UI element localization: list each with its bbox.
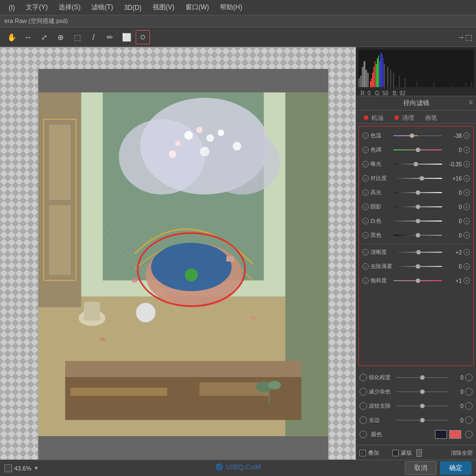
color-swatch-1[interactable] [435, 430, 447, 439]
slider-track-sewen[interactable] [393, 131, 442, 141]
slider-track-heise[interactable] [393, 230, 442, 240]
slider-reset-gaoguang[interactable]: ○ [362, 189, 369, 196]
bottom-val-qubian: 0 [448, 417, 463, 423]
menu-item-xuanze[interactable]: 选择(S) [54, 2, 85, 13]
bottom-label-bolunquchi: 波纹去除 [369, 402, 396, 410]
slider-reset-qingxidu[interactable]: ○ [362, 249, 369, 256]
slider-plus-qingxidu[interactable]: + [463, 249, 470, 256]
tool-export[interactable]: →⬚ [457, 30, 472, 44]
slider-reset-duibidu[interactable]: ○ [362, 175, 369, 182]
slider-reset-quchubowu[interactable]: ○ [362, 263, 369, 270]
slider-val-baise: 0 [444, 218, 462, 224]
tool-hand[interactable]: ✋ [4, 30, 19, 44]
slider-track-qingxidu[interactable] [393, 247, 442, 257]
slider-row-yinying: ○ 阴影 0 + [359, 200, 473, 214]
checkbox-mask-label: 蒙版 [401, 449, 412, 457]
menu-item-wenzi[interactable]: 文字(Y) [21, 2, 52, 13]
slider-track-gaoguang[interactable] [393, 188, 442, 198]
svg-rect-6 [65, 361, 301, 377]
bottom-icon-plus-jianzazao[interactable] [465, 388, 473, 396]
slider-reset-yinying[interactable]: ○ [362, 204, 369, 210]
slider-reset-setiao[interactable]: ○ [362, 147, 369, 153]
slider-track-quchubowu[interactable] [393, 262, 442, 271]
slider-track-baohedu[interactable] [393, 276, 442, 286]
ok-button[interactable]: 确定 [440, 461, 472, 475]
svg-rect-30 [227, 256, 235, 262]
menu-item-lvjing[interactable]: 滤镜(T) [87, 2, 117, 13]
cancel-button[interactable]: 取消 [405, 461, 437, 475]
menu-item-i[interactable]: (I) [4, 3, 19, 13]
slider-track-baise[interactable] [393, 216, 442, 226]
hist-g: G: 50 [375, 90, 388, 96]
svg-point-19 [200, 147, 210, 156]
bottom-track-bolunquchi[interactable] [396, 401, 448, 411]
svg-rect-54 [377, 59, 378, 88]
slider-reset-puguang[interactable]: ○ [362, 161, 369, 167]
bottom-track-qubian[interactable] [396, 415, 448, 425]
menubar: (I) 文字(Y) 选择(S) 滤镜(T) 3D(D) 视图(V) 窗口(W) … [0, 0, 476, 15]
color-swatch-2[interactable] [449, 430, 461, 439]
histogram: R: 0 G: 50 B: 92 [356, 47, 476, 96]
slider-plus-baise[interactable]: + [463, 218, 470, 224]
slider-reset-heise[interactable]: ○ [362, 232, 369, 239]
panel-menu-icon[interactable]: ≡ [469, 98, 473, 106]
tab-qingli[interactable]: 清理 [390, 113, 419, 123]
slider-plus-setiao[interactable]: + [463, 147, 470, 153]
zoom-dropdown[interactable]: ▼ [33, 465, 39, 471]
tool-text[interactable]: O [136, 30, 150, 44]
clear-all-button[interactable]: 清除全部 [451, 449, 473, 457]
svg-rect-61 [387, 67, 388, 87]
tool-zoom[interactable]: ⊕ [54, 30, 68, 44]
svg-point-21 [233, 142, 241, 150]
bottom-track-ruihua[interactable] [396, 373, 448, 382]
tab-jiyou[interactable]: 机油 [359, 113, 388, 123]
color-icon-plus[interactable] [465, 431, 473, 438]
slider-plus-sewen[interactable]: + [463, 132, 470, 139]
bottom-track-jianzazao[interactable] [396, 387, 448, 397]
tool-brush[interactable]: / [86, 30, 101, 44]
slider-reset-baohedu[interactable]: ○ [362, 277, 369, 284]
checkbox-overlay[interactable]: ✓ [359, 450, 366, 456]
bottom-icon-plus-qubian[interactable] [465, 416, 473, 424]
slider-track-setiao[interactable] [393, 145, 442, 155]
bottom-icon-bolunquchi[interactable] [359, 402, 367, 410]
tool-transform[interactable]: ⤢ [37, 30, 51, 44]
slider-plus-heise[interactable]: + [463, 232, 470, 239]
bottom-icon-plus-ruihua[interactable] [465, 374, 473, 381]
bottom-row-qubian: 去边 0 [356, 413, 476, 427]
svg-point-28 [151, 243, 231, 291]
bottom-icon-qubian[interactable] [359, 416, 367, 424]
slider-track-puguang[interactable] [393, 159, 442, 169]
bottom-icon-ruihua[interactable] [359, 374, 367, 381]
slider-plus-baohedu[interactable]: + [463, 277, 470, 284]
svg-rect-69 [465, 83, 466, 87]
svg-rect-50 [372, 73, 373, 87]
tab-dot-1 [364, 115, 368, 120]
checkbox-mask[interactable] [392, 450, 399, 456]
tool-move[interactable]: ↔ [21, 30, 35, 44]
slider-plus-puguang[interactable]: + [463, 161, 470, 167]
slider-row-gaoguang: ○ 高光 0 + [359, 185, 473, 200]
slider-plus-duibidu[interactable]: + [463, 175, 470, 182]
bottom-icon-plus-bolunquchi[interactable] [465, 402, 473, 410]
slider-plus-gaoguang[interactable]: + [463, 189, 470, 196]
slider-label-qingxidu: 清晰度 [370, 248, 393, 256]
slider-reset-sewen[interactable]: ○ [362, 132, 369, 139]
tab-huabi[interactable]: 画笔 [421, 113, 442, 123]
slider-plus-quchubowu[interactable]: + [463, 263, 470, 270]
slider-track-duibidu[interactable] [393, 173, 442, 183]
tool-rect[interactable]: ⬜ [119, 30, 133, 44]
slider-reset-baise[interactable]: ○ [362, 218, 369, 224]
menu-item-shitu[interactable]: 视图(V) [148, 2, 179, 13]
color-icon[interactable] [359, 431, 367, 438]
tool-crop[interactable]: ⬚ [70, 30, 84, 44]
checker-left [0, 47, 38, 460]
menu-item-chuangkou[interactable]: 窗口(W) [181, 2, 213, 13]
slider-track-yinying[interactable] [393, 202, 442, 212]
menu-item-3d[interactable]: 3D(D) [120, 3, 146, 13]
tool-pen[interactable]: ✏ [103, 30, 117, 44]
canvas-area[interactable] [0, 47, 356, 460]
menu-item-bangzhu[interactable]: 帮助(H) [216, 2, 247, 13]
bottom-icon-jianzazao[interactable] [359, 388, 367, 396]
slider-plus-yinying[interactable]: + [463, 204, 470, 210]
